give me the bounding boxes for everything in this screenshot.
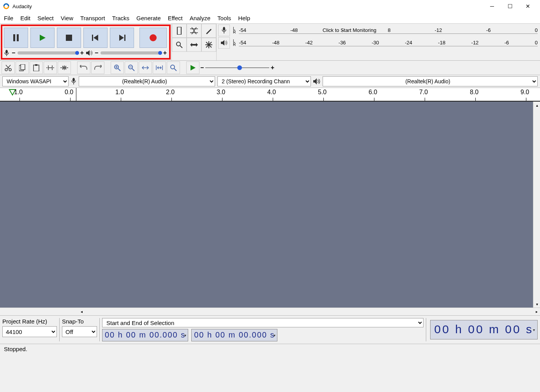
svg-rect-2 — [17, 34, 19, 41]
rec-meter[interactable]: -54 -48 - Click to Start Monitoring 8 -1… — [239, 27, 538, 34]
recording-device-select[interactable]: (Realtek(R) Audio) — [79, 76, 215, 86]
device-toolbar: Windows WASAPI (Realtek(R) Audio) 2 (Ste… — [0, 75, 540, 88]
minus-icon: − — [12, 49, 15, 56]
close-button[interactable]: ✕ — [519, 0, 537, 12]
skip-start-button[interactable] — [83, 28, 108, 48]
meter-lr-label-2: LR — [233, 39, 236, 46]
zoom-in-button[interactable] — [111, 62, 124, 74]
svg-rect-21 — [35, 64, 37, 66]
app-title: Audacity — [12, 4, 483, 9]
scroll-right-icon[interactable]: ▸ — [533, 308, 540, 315]
svg-line-27 — [174, 69, 176, 71]
mic-icon-2 — [71, 78, 76, 85]
envelope-tool[interactable] — [187, 24, 201, 38]
selection-mode-select[interactable]: Start and End of Selection — [102, 318, 424, 327]
svg-marker-28 — [191, 65, 196, 70]
svg-marker-7 — [119, 35, 124, 41]
playback-device-select[interactable]: (Realtek(R) Audio) — [323, 76, 538, 86]
stop-button[interactable] — [57, 28, 81, 48]
cut-button[interactable] — [2, 62, 15, 74]
maximize-button[interactable]: ☐ — [501, 0, 519, 12]
menu-view[interactable]: View — [61, 15, 73, 21]
svg-point-29 — [72, 78, 75, 82]
svg-rect-4 — [66, 35, 72, 41]
menu-edit[interactable]: Edit — [20, 15, 30, 21]
scroll-down-icon[interactable]: ▾ — [533, 301, 540, 308]
selection-tool[interactable] — [172, 24, 187, 38]
edit-toolbar: − + — [0, 61, 540, 75]
play-meter[interactable]: -54 -48 -42 -36 -30 -24 -18 -12 -6 0 — [239, 40, 538, 46]
svg-rect-1 — [13, 34, 15, 41]
menu-tracks[interactable]: Tracks — [112, 15, 129, 21]
audio-position-time[interactable]: 00 h 00 m 00 s▾ — [430, 320, 538, 339]
snap-to-label: Snap-To — [62, 318, 97, 325]
selection-end-time[interactable]: 00 h 00 m 00.000 s▾ — [191, 329, 277, 341]
play-meter-speaker-icon[interactable] — [218, 37, 230, 49]
skip-end-button[interactable] — [110, 28, 134, 48]
redo-button[interactable] — [91, 62, 104, 74]
svg-rect-8 — [124, 35, 125, 41]
tools-toolbar — [171, 24, 216, 60]
menu-select[interactable]: Select — [37, 15, 54, 21]
mic-icon — [4, 50, 9, 56]
menu-help[interactable]: Help — [238, 15, 250, 21]
record-button[interactable] — [139, 28, 167, 48]
menu-generate[interactable]: Generate — [136, 15, 161, 21]
svg-point-10 — [5, 50, 8, 54]
playback-speed-slider[interactable]: − + — [200, 64, 274, 71]
project-rate-select[interactable]: 44100 — [2, 326, 57, 337]
multi-tool[interactable] — [201, 38, 216, 52]
project-rate-label: Project Rate (Hz) — [2, 318, 57, 325]
selection-start-time[interactable]: 00 h 00 m 00.000 s▾ — [102, 329, 188, 341]
meters: LR -54 -48 - Click to Start Monitoring 8… — [216, 24, 540, 60]
recording-channels-select[interactable]: 2 (Stereo) Recording Chann — [217, 76, 311, 86]
menu-effect[interactable]: Effect — [168, 15, 183, 21]
audio-host-select[interactable]: Windows WASAPI — [2, 76, 69, 86]
selection-toolbar: Project Rate (Hz) 44100 Snap-To Off Star… — [0, 315, 540, 344]
vertical-scrollbar[interactable]: ▴ ▾ — [533, 102, 540, 308]
zoom-out-button[interactable] — [125, 62, 138, 74]
titlebar: Audacity ─ ☐ ✕ — [0, 0, 540, 12]
snap-to-select[interactable]: Off — [62, 326, 97, 337]
zoom-toggle-button[interactable] — [167, 62, 180, 74]
track-area[interactable]: ▴ ▾ — [0, 101, 540, 308]
draw-tool[interactable] — [201, 24, 216, 38]
plus-icon: + — [80, 49, 84, 56]
timeshift-tool[interactable] — [187, 38, 201, 52]
rec-meter-message: Click to Start Monitoring — [323, 27, 376, 33]
minus-icon-3: − — [200, 64, 204, 71]
silence-button[interactable] — [58, 62, 71, 74]
play-volume-slider[interactable] — [101, 51, 161, 54]
plus-icon-2: + — [163, 49, 167, 56]
trim-button[interactable] — [44, 62, 57, 74]
horizontal-scrollbar[interactable]: ◂ ▸ — [0, 308, 540, 315]
timeline-ruler[interactable]: 1.0 0.0 1.0 2.0 3.0 4.0 5.0 6.0 7.0 8.0 … — [0, 88, 540, 101]
scroll-up-icon[interactable]: ▴ — [533, 102, 540, 109]
minus-icon-2: − — [95, 49, 98, 56]
minimize-button[interactable]: ─ — [483, 0, 501, 12]
status-text: Stopped. — [4, 346, 27, 352]
rec-volume-slider[interactable] — [18, 51, 78, 54]
undo-button[interactable] — [77, 62, 90, 74]
svg-rect-5 — [92, 35, 93, 41]
paste-button[interactable] — [30, 62, 43, 74]
menu-transport[interactable]: Transport — [80, 15, 105, 21]
fit-project-button[interactable] — [153, 62, 166, 74]
play-at-speed-button[interactable] — [186, 62, 199, 74]
svg-line-13 — [180, 46, 182, 48]
svg-point-26 — [171, 65, 175, 69]
rec-meter-mic-icon[interactable] — [218, 25, 230, 36]
toolbar: − + − + LR -54 -48 - — [0, 23, 540, 61]
menu-analyze[interactable]: Analyze — [190, 15, 210, 21]
fit-selection-button[interactable] — [139, 62, 152, 74]
pause-button[interactable] — [4, 28, 28, 48]
svg-point-12 — [176, 42, 180, 46]
zoom-tool[interactable] — [172, 38, 187, 52]
scroll-left-icon[interactable]: ◂ — [78, 308, 85, 315]
menubar: File Edit Select View Transport Tracks G… — [0, 12, 540, 23]
menu-file[interactable]: File — [4, 15, 13, 21]
play-button[interactable] — [30, 28, 55, 48]
meter-lr-label: LR — [233, 27, 236, 34]
copy-button[interactable] — [16, 62, 29, 74]
menu-tools[interactable]: Tools — [217, 15, 231, 21]
